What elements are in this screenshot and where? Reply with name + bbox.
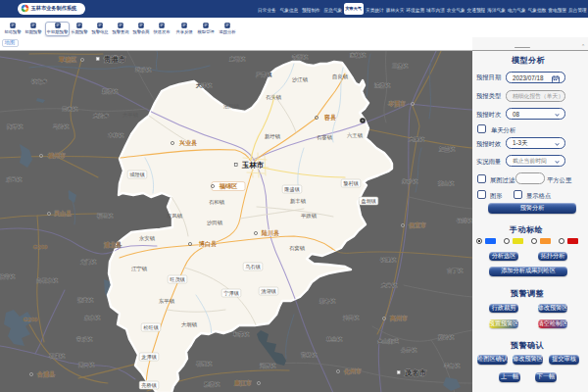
svg-text:亮桥镇: 亮桥镇 (141, 382, 157, 389)
svg-text:横州市: 横州市 (47, 152, 67, 160)
svg-text:覃塘区: 覃塘区 (58, 56, 77, 64)
svg-text:盘垌镇: 盘垌镇 (361, 198, 376, 205)
svg-text:信宜市: 信宜市 (408, 221, 427, 229)
svg-text:大洋镇: 大洋镇 (196, 82, 213, 88)
svg-text:岑溪市: 岑溪市 (387, 100, 407, 108)
svg-text:城隍镇: 城隍镇 (128, 172, 145, 177)
svg-text:沙江镇: 沙江镇 (292, 76, 309, 83)
svg-text:新丰镇: 新丰镇 (290, 198, 307, 204)
svg-text:博白县: 博白县 (198, 240, 218, 248)
svg-text:陆川县: 陆川县 (262, 229, 280, 237)
svg-text:双凤镇: 双凤镇 (166, 213, 183, 219)
svg-text:家槐镇: 家槐镇 (350, 52, 367, 59)
svg-text:六王镇: 六王镇 (347, 132, 364, 138)
svg-text:石头镇: 石头镇 (266, 94, 282, 101)
svg-text:三堡镇: 三堡镇 (392, 63, 409, 69)
svg-text:兴业县: 兴业县 (178, 139, 198, 147)
svg-text:玉林市: 玉林市 (241, 160, 265, 169)
svg-text:廉江市: 廉江市 (233, 379, 253, 387)
svg-text:新圩镇: 新圩镇 (265, 133, 281, 139)
svg-text:旺茂镇: 旺茂镇 (170, 276, 185, 282)
svg-text:龙潭镇: 龙潭镇 (141, 354, 157, 361)
svg-text:官桥镇: 官桥镇 (301, 352, 318, 358)
svg-text:石颈镇: 石颈镇 (196, 361, 213, 368)
svg-text:云表镇: 云表镇 (62, 106, 78, 112)
svg-text:灵山县: 灵山县 (54, 210, 73, 218)
svg-text:永安镇: 永安镇 (139, 235, 156, 241)
svg-text:伯劳镇: 伯劳镇 (0, 273, 16, 280)
svg-text:大垌镇: 大垌镇 (181, 321, 198, 327)
svg-text:钱排镇: 钱排镇 (456, 218, 472, 223)
svg-text:陶圩镇: 陶圩镇 (7, 123, 24, 130)
svg-text:沙田镇: 沙田镇 (343, 315, 360, 321)
svg-text:新塘镇: 新塘镇 (102, 88, 119, 95)
svg-text:闸口镇: 闸口镇 (78, 362, 95, 368)
svg-text:大井镇: 大井镇 (381, 282, 398, 288)
svg-text:麻垌镇: 麻垌镇 (229, 56, 246, 62)
svg-text:泉水镇: 泉水镇 (84, 315, 101, 320)
svg-text:木梓镇: 木梓镇 (108, 132, 124, 138)
svg-text:石康镇: 石康镇 (49, 353, 66, 360)
svg-text:浦北县: 浦北县 (103, 241, 122, 249)
svg-text:羊角镇: 羊角镇 (444, 363, 461, 368)
svg-text:荔岭镇: 荔岭镇 (438, 334, 455, 341)
svg-text:白石水镇: 白石水镇 (36, 277, 58, 284)
svg-text:镇龙乡: 镇龙乡 (31, 78, 48, 84)
svg-text:马岭镇: 马岭镇 (53, 123, 70, 129)
svg-text:石和镇: 石和镇 (209, 199, 225, 206)
svg-text:清湖镇: 清湖镇 (261, 288, 276, 295)
svg-text:福绵区: 福绵区 (219, 182, 238, 190)
svg-text:石寨镇: 石寨镇 (317, 134, 333, 141)
svg-text:大岭乡: 大岭乡 (93, 113, 110, 119)
svg-text:大平镇: 大平镇 (122, 112, 139, 118)
svg-text:雅塘镇: 雅塘镇 (204, 381, 220, 388)
svg-text:龙门镇: 龙门镇 (80, 259, 97, 265)
svg-text:武乐镇: 武乐镇 (135, 67, 152, 73)
svg-text:张黄镇: 张黄镇 (77, 297, 94, 304)
svg-text:福旺镇: 福旺镇 (97, 213, 114, 220)
svg-text:镇隆镇: 镇隆镇 (380, 257, 397, 263)
svg-text:朱砂镇: 朱砂镇 (402, 178, 418, 184)
svg-text:乐民镇: 乐民镇 (6, 176, 23, 182)
svg-text:河唇镇: 河唇镇 (260, 363, 276, 368)
svg-text:那务镇: 那务镇 (319, 298, 336, 305)
svg-text:自良镇: 自良镇 (332, 74, 349, 79)
svg-text:乌石镇: 乌石镇 (245, 264, 261, 270)
svg-text:古丁镇: 古丁镇 (447, 268, 464, 273)
svg-text:合浦县: 合浦县 (36, 370, 56, 378)
svg-text:大隆镇: 大隆镇 (409, 136, 425, 142)
svg-text:东平镇: 东平镇 (158, 298, 175, 304)
svg-text:分界镇: 分界镇 (401, 347, 417, 353)
svg-text:松旺镇: 松旺镇 (143, 324, 159, 330)
svg-text:隆盛镇: 隆盛镇 (284, 186, 300, 192)
svg-text:洛阳镇: 洛阳镇 (223, 103, 240, 110)
svg-text:化州市: 化州市 (343, 368, 363, 375)
svg-text:容县: 容县 (323, 114, 337, 122)
svg-text:金山街道: 金山街道 (377, 338, 399, 345)
svg-text:沙田镇: 沙田镇 (207, 220, 223, 226)
svg-text:黎村镇: 黎村镇 (343, 180, 359, 187)
svg-text:宁潭镇: 宁潭镇 (223, 290, 239, 297)
svg-text:江宁镇: 江宁镇 (131, 266, 148, 271)
svg-text:林尘镇: 林尘镇 (325, 336, 343, 342)
svg-text:茂名市: 茂名市 (404, 368, 427, 376)
svg-text:高州市: 高州市 (390, 315, 409, 322)
svg-text:G209: G209 (32, 243, 48, 250)
svg-text:贵港市: 贵港市 (103, 54, 126, 63)
svg-text:加益镇: 加益镇 (439, 146, 456, 152)
svg-text:波塘镇: 波塘镇 (374, 82, 391, 89)
svg-text:和寨镇: 和寨镇 (233, 331, 250, 337)
svg-text:寺面镇: 寺面镇 (292, 54, 309, 61)
svg-text:罗秀镇: 罗秀镇 (256, 72, 272, 78)
svg-text:平政镇: 平政镇 (301, 213, 318, 219)
svg-text:常乐镇: 常乐镇 (76, 336, 93, 342)
svg-text:石窝镇: 石窝镇 (289, 245, 306, 252)
svg-text:茶山镇: 茶山镇 (438, 180, 455, 186)
svg-text:G209: G209 (23, 316, 38, 322)
